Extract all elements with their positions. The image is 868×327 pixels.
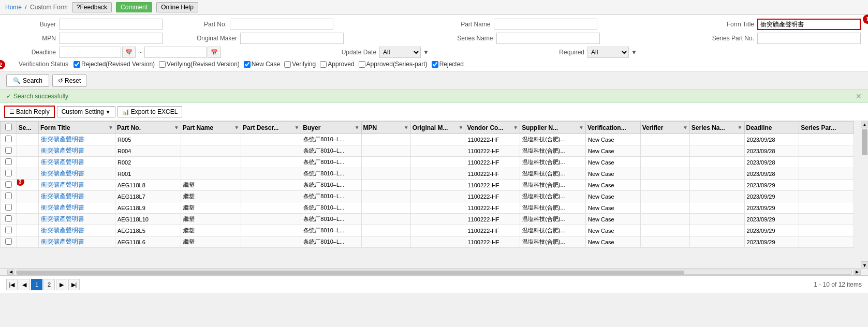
deadline-to-calendar-btn[interactable]: 📅	[208, 47, 221, 58]
series-name-input[interactable]	[496, 33, 600, 44]
buyer-input[interactable]	[59, 19, 163, 30]
scroll-down-btn[interactable]: ▼	[861, 261, 868, 269]
search-button[interactable]: 🔍 Search	[6, 75, 49, 87]
page-first-btn[interactable]: |◀	[6, 279, 18, 290]
feedback-button[interactable]: ?Feedback	[72, 2, 112, 12]
form-title-link[interactable]: 衝突礦產聲明書	[41, 158, 84, 166]
cb-approved-series[interactable]	[359, 61, 365, 68]
form-title-link[interactable]: 衝突礦產聲明書	[41, 204, 84, 211]
cb-rejected-revised-label: Rejected(Revised Version)	[81, 61, 155, 68]
vertical-scrollbar[interactable]: ▲ ▼	[861, 121, 868, 269]
deadline-from-calendar-btn[interactable]: 📅	[122, 47, 136, 58]
form-title-link[interactable]: 衝突礦產聲明書	[41, 215, 84, 222]
checkbox-approved-series[interactable]: Approved(Series-part)	[359, 61, 428, 68]
hscroll-right-btn[interactable]: ▶	[854, 270, 861, 275]
deadline-from-input[interactable]	[59, 47, 121, 58]
reset-button[interactable]: ↺ Reset	[52, 75, 86, 87]
table-row: 衝突礦產聲明書R005条统厂8010–L...1100222-HF温塩科技(合肥…	[1, 134, 854, 145]
series-part-no-input[interactable]	[757, 33, 861, 44]
page-1-btn[interactable]: 1	[31, 279, 42, 290]
form-title-input[interactable]	[757, 19, 861, 30]
form-title-link[interactable]: 衝突礦產聲明書	[41, 192, 84, 200]
row-checkbox[interactable]	[5, 147, 12, 154]
original-maker-input[interactable]	[240, 33, 344, 44]
series-par-cell	[799, 157, 854, 168]
checkbox-verifying[interactable]: Verifying	[284, 61, 316, 68]
batch-reply-label: Batch Reply	[16, 108, 50, 115]
page-2-btn[interactable]: 2	[43, 279, 55, 290]
col-part-no-filter[interactable]: ▼	[174, 125, 179, 130]
form-title-link[interactable]: 衝突礦產聲明書	[41, 227, 84, 234]
form-title-link[interactable]: 衝突礦產聲明書	[41, 238, 84, 245]
deadline-label: Deadline	[7, 49, 59, 56]
search-button-label: Search	[23, 77, 42, 84]
scroll-up-btn[interactable]: ▲	[861, 121, 868, 128]
checkbox-verifying-revised[interactable]: Verifying(Revised Version)	[159, 61, 240, 68]
row-checkbox[interactable]	[5, 136, 12, 142]
supplier-n-cell: 温塩科技(合肥)...	[520, 180, 586, 191]
col-verifier-filter[interactable]: ▼	[683, 125, 688, 130]
hscroll-left-btn[interactable]: ◀	[7, 270, 14, 275]
form-title-link[interactable]: 衝突礦產聲明書	[41, 147, 84, 154]
original-m-cell	[410, 202, 465, 214]
table-scroll[interactable]: Se... Form Title ▼ Part No. ▼	[0, 121, 861, 269]
cb-new-case[interactable]	[244, 61, 251, 68]
row-checkbox[interactable]	[5, 158, 12, 165]
page-prev-btn[interactable]: ◀	[19, 279, 30, 290]
checkbox-new-case[interactable]: New Case	[244, 61, 280, 68]
update-date-select[interactable]: All	[379, 47, 421, 58]
col-supplier-n-filter[interactable]: ▼	[579, 125, 584, 130]
checkbox-rejected-revised[interactable]: Rejected(Revised Version)	[73, 61, 155, 68]
required-select[interactable]: All	[587, 47, 629, 58]
cb-rejected-revised[interactable]	[73, 61, 80, 68]
cb-rejected-label: Rejected	[439, 61, 464, 68]
comment-button[interactable]: Comment	[116, 2, 152, 12]
col-form-title-filter[interactable]: ▼	[108, 125, 113, 130]
select-all-checkbox[interactable]	[5, 124, 12, 130]
row-checkbox[interactable]	[5, 215, 12, 222]
part-name-input[interactable]	[494, 19, 597, 30]
close-success-btn[interactable]: ✕	[856, 92, 862, 100]
batch-reply-button[interactable]: ☰ Batch Reply	[4, 106, 55, 118]
col-buyer-filter[interactable]: ▼	[355, 125, 360, 130]
series-na-cell	[689, 225, 744, 236]
hscroll-thumb[interactable]	[17, 271, 684, 275]
col-part-desc-filter[interactable]: ▼	[294, 125, 299, 130]
scroll-thumb[interactable]	[862, 129, 867, 155]
hscroll-track[interactable]	[16, 270, 852, 275]
verifier-cell	[640, 157, 689, 168]
form-title-link[interactable]: 衝突礦產聲明書	[41, 136, 84, 143]
form-title-link[interactable]: 衝突礦產聲明書	[41, 181, 84, 188]
row-checkbox[interactable]	[5, 238, 12, 245]
checkbox-rejected[interactable]: Rejected	[432, 61, 464, 68]
col-mpn-filter[interactable]: ▼	[404, 125, 409, 130]
row-checkbox[interactable]	[5, 192, 12, 199]
row-checkbox[interactable]	[5, 170, 12, 176]
cb-verifying[interactable]	[284, 61, 291, 68]
mpn-input[interactable]	[59, 33, 163, 44]
checkbox-approved[interactable]: Approved	[320, 61, 354, 68]
form-title-link[interactable]: 衝突礦產聲明書	[41, 170, 84, 177]
buyer-cell: 条统厂8010–L...	[301, 180, 361, 191]
online-help-button[interactable]: Online Help	[156, 2, 198, 12]
col-vendor-co-filter[interactable]: ▼	[513, 125, 518, 130]
row-checkbox[interactable]	[5, 181, 12, 188]
series-par-cell	[799, 236, 854, 248]
cb-rejected[interactable]	[432, 61, 438, 68]
export-excel-button[interactable]: 📊 Export to EXCEL	[117, 106, 183, 117]
col-original-m-filter[interactable]: ▼	[459, 125, 464, 130]
cb-approved[interactable]	[320, 61, 327, 68]
row-checkbox[interactable]	[5, 227, 12, 233]
custom-setting-button[interactable]: Custom Setting ▼	[57, 106, 115, 117]
part-no-input[interactable]	[230, 19, 333, 30]
row-checkbox[interactable]	[5, 204, 12, 211]
col-part-name-filter[interactable]: ▼	[234, 125, 239, 130]
col-series-na-filter[interactable]: ▼	[738, 125, 743, 130]
deadline-to-input[interactable]	[144, 47, 207, 58]
page-next-btn[interactable]: ▶	[56, 279, 67, 290]
page-last-btn[interactable]: ▶|	[68, 279, 80, 290]
series-na-cell	[689, 180, 744, 191]
cb-verifying-revised[interactable]	[159, 61, 166, 68]
breadcrumb-home[interactable]: Home	[5, 4, 22, 11]
col-series-na-label: Series Na...	[692, 124, 725, 131]
